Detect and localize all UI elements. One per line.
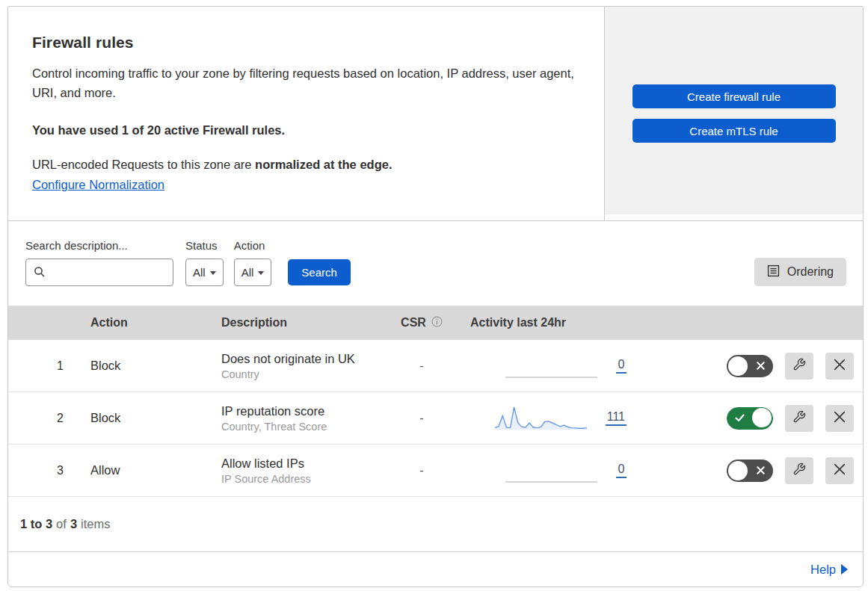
normalization-note: URL-encoded Requests to this zone are no…	[32, 158, 580, 172]
activity-sparkline	[505, 457, 598, 484]
rule-enabled-toggle[interactable]	[727, 407, 773, 430]
rule-enabled-toggle[interactable]	[727, 460, 773, 482]
arrow-right-icon	[841, 564, 848, 575]
pagination-summary: 1 to 3 of 3 items	[8, 497, 863, 551]
table-row: 3 Allow Allow listed IPs IP Source Addre…	[8, 445, 863, 497]
help-bar: Help	[8, 551, 863, 587]
page-title: Firewall rules	[32, 34, 580, 52]
search-button[interactable]: Search	[288, 259, 351, 285]
close-icon	[834, 411, 846, 425]
delete-rule-button[interactable]	[825, 353, 854, 380]
action-label: Action	[234, 239, 272, 252]
table-row: 2 Block IP reputation score Country, Thr…	[8, 392, 863, 445]
filter-bar: Search description... Status All Action …	[8, 221, 863, 306]
table-header: Action Description CSR Activity last 24h…	[8, 306, 863, 340]
header-text-area: Firewall rules Control incoming traffic …	[8, 7, 605, 220]
toggle-knob	[728, 356, 748, 376]
edit-rule-button[interactable]	[785, 353, 813, 380]
help-label: Help	[810, 563, 836, 577]
action-value: All	[241, 266, 254, 279]
ordering-button[interactable]: Ordering	[754, 258, 846, 286]
pagination-range: 1 to 3	[20, 517, 52, 531]
csr-column-header: CSR	[401, 316, 426, 329]
wrench-icon	[792, 410, 806, 426]
pagination-items: items	[81, 517, 110, 531]
create-mtls-rule-button[interactable]: Create mTLS rule	[632, 119, 836, 143]
check-icon	[735, 408, 745, 429]
ordering-label: Ordering	[787, 265, 834, 279]
search-icon	[34, 266, 46, 281]
normalization-bold: normalized at the edge.	[255, 158, 392, 171]
rule-action: Block	[90, 359, 221, 373]
search-label: Search description...	[25, 239, 173, 252]
status-value: All	[193, 266, 206, 279]
activity-count-link[interactable]: 0	[616, 462, 627, 478]
status-label: Status	[185, 239, 224, 252]
firewall-rules-card: Firewall rules Control incoming traffic …	[7, 6, 864, 587]
toggle-x-icon	[757, 460, 765, 482]
list-icon	[767, 264, 780, 280]
search-group: Search description...	[25, 239, 173, 286]
rule-action: Block	[90, 411, 221, 425]
wrench-icon	[792, 358, 806, 374]
usage-summary: You have used 1 of 20 active Firewall ru…	[32, 123, 580, 137]
page-description: Control incoming traffic to your zone by…	[32, 64, 578, 102]
table-body: 1 Block Does not originate in UK Country…	[8, 340, 863, 497]
rule-criteria: IP Source Address	[221, 473, 384, 485]
delete-rule-button[interactable]	[825, 457, 854, 484]
action-dropdown[interactable]: All	[234, 259, 272, 286]
header-section: Firewall rules Control incoming traffic …	[8, 7, 863, 221]
rule-description: IP reputation score	[221, 404, 384, 418]
toggle-knob	[728, 461, 748, 480]
activity-sparkline	[505, 353, 598, 380]
wrench-icon	[792, 462, 806, 478]
rule-priority: 1	[8, 359, 90, 373]
toggle-x-icon	[757, 355, 765, 377]
status-dropdown[interactable]: All	[185, 259, 224, 286]
help-link[interactable]: Help	[810, 563, 848, 577]
normalization-text: URL-encoded Requests to this zone are	[32, 158, 252, 171]
description-column-header: Description	[221, 316, 384, 329]
rule-csr-value: -	[384, 463, 459, 477]
rule-enabled-toggle[interactable]	[727, 355, 773, 377]
info-icon[interactable]	[431, 316, 443, 330]
rule-csr-value: -	[384, 411, 459, 425]
action-column-header: Action	[90, 316, 221, 329]
rule-criteria: Country	[221, 368, 384, 380]
edit-rule-button[interactable]	[785, 457, 813, 484]
activity-count-link[interactable]: 0	[616, 358, 627, 374]
activity-sparkline	[494, 405, 588, 432]
rule-description: Does not originate in UK	[221, 352, 384, 366]
rule-priority: 3	[8, 464, 90, 477]
delete-rule-button[interactable]	[825, 405, 854, 432]
activity-column-header: Activity last 24hr	[459, 316, 631, 329]
activity-count-link[interactable]: 111	[606, 410, 627, 426]
close-icon	[834, 359, 846, 373]
header-actions-panel: Create firewall rule Create mTLS rule	[605, 7, 863, 214]
table-row: 1 Block Does not originate in UK Country…	[8, 340, 863, 392]
search-input[interactable]	[25, 259, 173, 286]
create-firewall-rule-button[interactable]: Create firewall rule	[632, 84, 836, 108]
chevron-down-icon	[210, 271, 216, 275]
rule-action: Allow	[90, 463, 221, 477]
rule-criteria: Country, Threat Score	[221, 421, 384, 433]
close-icon	[834, 463, 846, 477]
edit-rule-button[interactable]	[785, 405, 813, 432]
configure-normalization-link[interactable]: Configure Normalization	[32, 178, 164, 192]
action-filter-group: Action All	[234, 239, 272, 286]
rule-priority: 2	[8, 412, 90, 425]
status-filter-group: Status All	[185, 239, 224, 286]
pagination-of: of	[56, 517, 67, 531]
toggle-knob	[752, 408, 772, 427]
rule-description: Allow listed IPs	[221, 457, 384, 471]
pagination-total: 3	[70, 517, 77, 531]
rule-csr-value: -	[384, 359, 459, 373]
chevron-down-icon	[258, 271, 264, 275]
